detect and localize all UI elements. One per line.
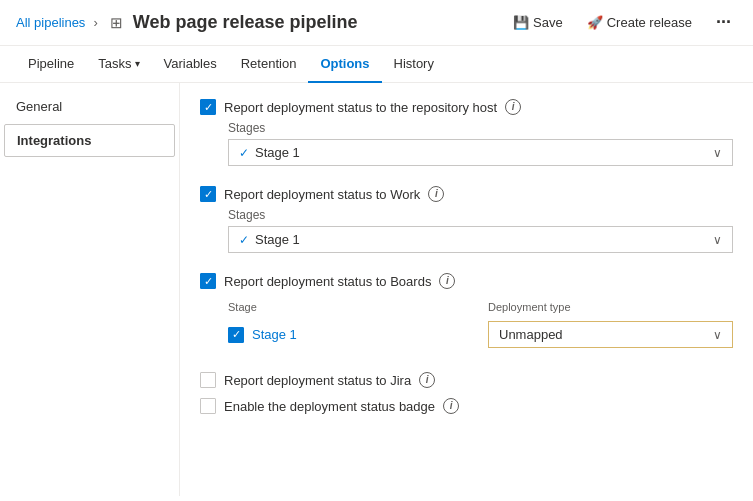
tab-retention[interactable]: Retention [229,46,309,83]
jira-label: Report deployment status to Jira [224,373,411,388]
nav-tabs: Pipeline Tasks ▾ Variables Retention Opt… [0,46,753,83]
save-icon: 💾 [513,15,529,30]
checkmark-icon: ✓ [232,328,241,341]
sidebar-item-integrations[interactable]: Integrations [4,124,175,157]
checkbox-work[interactable]: ✓ [200,186,216,202]
checkbox-row-badge: Enable the deployment status badge i [200,398,733,414]
unmapped-value: Unmapped [499,327,563,342]
tab-variables[interactable]: Variables [152,46,229,83]
sidebar: General Integrations [0,83,180,496]
checkbox-repo-host[interactable]: ✓ [200,99,216,115]
tab-history[interactable]: History [382,46,446,83]
checkmark-icon: ✓ [204,101,213,114]
checkbox-row-work: ✓ Report deployment status to Work i [200,186,733,202]
section-boards: ✓ Report deployment status to Boards i S… [200,273,733,352]
main-layout: General Integrations ✓ Report deployment… [0,83,753,496]
sidebar-item-general[interactable]: General [0,91,179,122]
page-title: Web page release pipeline [133,12,501,33]
info-icon-work[interactable]: i [428,186,444,202]
td-stage-cell: ✓ Stage 1 [228,327,478,343]
boards-table: Stage Deployment type ✓ Stage 1 Unmapped… [228,297,733,352]
td-deployment-cell: Unmapped ∨ [488,321,733,348]
work-label: Report deployment status to Work [224,187,420,202]
create-release-button[interactable]: 🚀 Create release [581,11,698,34]
checkbox-row-jira: Report deployment status to Jira i [200,372,733,388]
section-work: ✓ Report deployment status to Work i Sta… [200,186,733,253]
pipeline-icon: ⊞ [110,14,123,32]
checkbox-row-repo: ✓ Report deployment status to the reposi… [200,99,733,115]
save-button[interactable]: 💾 Save [507,11,569,34]
stages-label-work: Stages [228,208,733,222]
content-area: ✓ Report deployment status to the reposi… [180,83,753,496]
checkbox-row-boards: ✓ Report deployment status to Boards i [200,273,733,289]
checkbox-badge[interactable] [200,398,216,414]
chevron-down-icon: ∨ [713,328,722,342]
table-row: ✓ Stage 1 Unmapped ∨ [228,317,733,352]
more-button[interactable]: ··· [710,10,737,35]
section-repo-host: ✓ Report deployment status to the reposi… [200,99,733,166]
checkbox-boards[interactable]: ✓ [200,273,216,289]
stage1-link[interactable]: Stage 1 [252,327,297,342]
dropdown-work-stages[interactable]: ✓ Stage 1 ∨ [228,226,733,253]
topbar: All pipelines › ⊞ Web page release pipel… [0,0,753,46]
unmapped-dropdown[interactable]: Unmapped ∨ [488,321,733,348]
dropdown-check-icon: ✓ [239,233,249,247]
col-stage: Stage [228,301,478,313]
tab-pipeline[interactable]: Pipeline [16,46,86,83]
table-header: Stage Deployment type [228,297,733,317]
chevron-down-icon: ▾ [135,58,140,69]
dropdown-repo-stages[interactable]: ✓ Stage 1 ∨ [228,139,733,166]
info-icon-badge[interactable]: i [443,398,459,414]
chevron-down-icon: ∨ [713,146,722,160]
dropdown-check-icon: ✓ [239,146,249,160]
col-deployment: Deployment type [488,301,733,313]
tab-options[interactable]: Options [308,46,381,83]
breadcrumb-separator: › [93,15,97,30]
info-icon-repo[interactable]: i [505,99,521,115]
section-badge: Enable the deployment status badge i [200,398,733,414]
tab-tasks[interactable]: Tasks ▾ [86,46,151,83]
topbar-actions: 💾 Save 🚀 Create release ··· [507,10,737,35]
info-icon-jira[interactable]: i [419,372,435,388]
breadcrumb-link[interactable]: All pipelines [16,15,85,30]
boards-label: Report deployment status to Boards [224,274,431,289]
checkbox-jira[interactable] [200,372,216,388]
rocket-icon: 🚀 [587,15,603,30]
checkbox-stage1[interactable]: ✓ [228,327,244,343]
repo-host-label: Report deployment status to the reposito… [224,100,497,115]
info-icon-boards[interactable]: i [439,273,455,289]
section-jira: Report deployment status to Jira i [200,372,733,388]
chevron-down-icon: ∨ [713,233,722,247]
stages-label-repo: Stages [228,121,733,135]
checkmark-icon: ✓ [204,188,213,201]
checkmark-icon: ✓ [204,275,213,288]
badge-label: Enable the deployment status badge [224,399,435,414]
